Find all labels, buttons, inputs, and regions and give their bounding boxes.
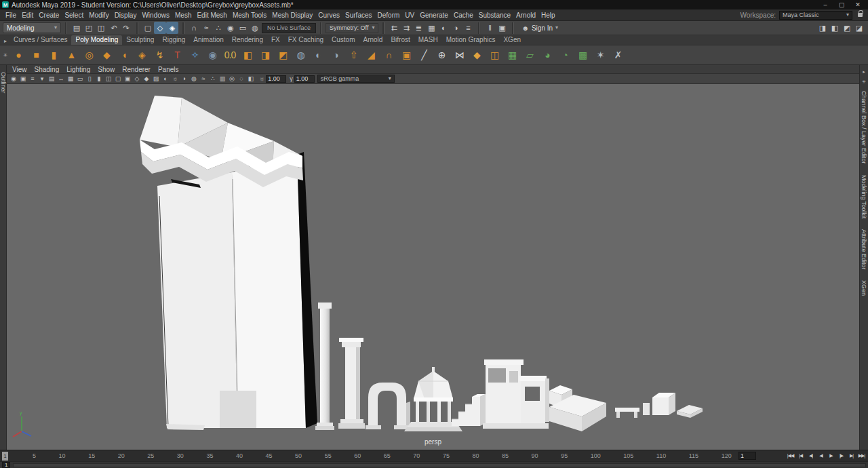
play-backwards-button[interactable]: ◀ [816,452,825,461]
input-connections-icon[interactable]: ⇇ [388,22,400,34]
menu-set-select[interactable]: Modeling ▾ [3,22,61,33]
create-polygon-icon[interactable]: ▱ [521,46,538,64]
open-render-view-icon[interactable]: ▦ [425,22,437,34]
quad-draw-icon[interactable]: ▦ [503,46,521,64]
multi-cut-icon[interactable]: ╱ [415,46,433,64]
resolution-gate-icon[interactable]: ▯ [85,75,94,83]
panel-menu-panels[interactable]: Panels [158,66,179,73]
menu-help[interactable]: Help [538,12,558,19]
svg-tool-icon[interactable]: ✧ [186,46,203,64]
open-scene-icon[interactable]: ◰ [83,22,95,34]
snap-curve-icon[interactable]: ≈ [200,22,212,34]
wireframe-icon[interactable]: ◇ [132,75,142,83]
gamma-field[interactable] [294,75,315,83]
greybox-house[interactable] [483,359,549,429]
xgen-tab[interactable]: XGen [861,280,867,296]
poly-torus-icon[interactable]: ◎ [80,46,98,64]
menu-select[interactable]: Select [62,12,86,19]
extract-icon[interactable]: ◩ [274,46,292,64]
field-chart-icon[interactable]: ◫ [104,75,113,83]
snap-view-plane-icon[interactable]: ▭ [237,22,249,34]
current-frame-marker[interactable]: 1 [2,452,8,461]
menu-create[interactable]: Create [36,12,62,19]
shelf-gear-icon[interactable]: ✳ [1,51,9,59]
outliner-toggle-icon[interactable]: ◪ [853,22,865,34]
select-camera-icon[interactable]: ◉ [9,75,18,83]
shelf-tab-poly-modeling[interactable]: Poly Modeling [71,35,122,45]
shelf-tab-bifrost[interactable]: Bifrost [387,35,414,45]
menu-mesh[interactable]: Mesh [172,12,194,19]
render-settings-icon[interactable]: ≡ [462,22,474,34]
poly-plane-icon[interactable]: ◆ [98,46,115,64]
shadows-icon[interactable]: ◗ [180,75,189,83]
attribute-editor-tab[interactable]: Attribute Editor [861,229,867,270]
step-back-key-button[interactable]: ◀| [806,452,815,461]
shelf-tab-animation[interactable]: Animation [189,35,227,45]
sign-in-button[interactable]: ☻ Sign In ▾ [517,24,562,32]
lights-icon[interactable]: ☼ [170,75,180,83]
image-plane-icon[interactable]: ▤ [47,75,56,83]
channel-box-tab[interactable]: Channel Box / Layer Editor [861,91,867,164]
menu-edit-mesh[interactable]: Edit Mesh [194,12,229,19]
greybox-l-wall[interactable] [549,385,606,431]
poly-disc-icon[interactable]: ◖ [115,46,133,64]
greybox-stairs[interactable] [452,394,486,426]
reduce-icon[interactable]: ✗ [609,46,627,64]
film-gate-icon[interactable]: ▭ [75,75,85,83]
modeling-toolkit-tab[interactable]: Modeling Toolkit [861,175,867,218]
tool-settings-toggle-icon[interactable]: ◩ [841,22,853,34]
greybox-pillar[interactable] [338,338,365,429]
channel-box-toggle-icon[interactable]: ◨ [816,22,829,34]
render-current-frame-icon[interactable]: ◐ [437,22,450,34]
ambient-occlusion-icon[interactable]: ◍ [189,75,199,83]
extrude-icon[interactable]: ⇧ [344,46,362,64]
symmetry-select[interactable]: Symmetry: Off ▾ [326,23,378,33]
construction-history-icon[interactable]: ≣ [412,22,425,34]
menu-surfaces[interactable]: Surfaces [342,12,374,19]
menu-file[interactable]: File [3,12,19,19]
maximize-button[interactable]: ▢ [833,0,850,9]
uv-checker-icon[interactable]: ▩ [574,46,591,64]
combine-icon[interactable]: ◧ [239,46,256,64]
menu-generate[interactable]: Generate [417,12,451,19]
motion-blur-icon[interactable]: ≈ [199,75,208,83]
panel-menu-view[interactable]: View [12,66,27,73]
new-scene-icon[interactable]: ▤ [71,22,83,34]
menu-modify[interactable]: Modify [86,12,111,19]
time-ruler[interactable]: 1 51015202530354045505560657075808590951… [2,451,738,461]
save-scene-icon[interactable]: ◫ [95,22,107,34]
ipr-render-icon[interactable]: ◑ [450,22,462,34]
menu-substance[interactable]: Substance [476,12,513,19]
menu-edit[interactable]: Edit [19,12,36,19]
smooth-brush-icon[interactable]: ◔ [556,46,574,64]
shelf-tab-arnold[interactable]: Arnold [359,35,387,45]
attribute-editor-toggle-icon[interactable]: ◧ [829,22,841,34]
textured-icon[interactable]: ▨ [151,75,161,83]
safe-action-icon[interactable]: ▢ [113,75,123,83]
poly-sphere-icon[interactable]: ● [9,46,27,64]
menu-arnold[interactable]: Arnold [513,12,538,19]
greybox-arch[interactable] [366,383,412,429]
select-object-icon[interactable]: ◇ [154,22,166,34]
select-hierarchy-icon[interactable]: ▢ [142,22,154,34]
lock-icon[interactable] [858,13,863,17]
sculpt-brush-icon[interactable]: ◕ [538,46,556,64]
two-d-pan-zoom-icon[interactable]: ↔ [56,75,66,83]
close-button[interactable]: ✕ [850,0,866,9]
output-connections-icon[interactable]: ⇉ [400,22,412,34]
viewport-3d[interactable]: y persp [7,84,859,450]
redo-icon[interactable]: ↷ [120,22,132,34]
platonic-solid-icon[interactable]: ◈ [133,46,151,64]
greybox-plates[interactable] [677,405,703,418]
select-component-icon[interactable]: ◈ [166,22,178,34]
panel-menu-renderer[interactable]: Renderer [122,66,151,73]
menu-deform[interactable]: Deform [375,12,403,19]
shelf-menu-icon[interactable]: ▸ [861,68,868,75]
live-surface-field[interactable]: No Live Surface [262,23,316,33]
separate-icon[interactable]: ◨ [256,46,274,64]
gate-mask-icon[interactable]: ▮ [94,75,104,83]
menu-uv[interactable]: UV [402,12,417,19]
workspace-select[interactable]: Maya Classic ▾ [779,11,852,20]
menu-display[interactable]: Display [112,12,140,19]
shelf-tab-custom[interactable]: Custom [328,35,359,45]
